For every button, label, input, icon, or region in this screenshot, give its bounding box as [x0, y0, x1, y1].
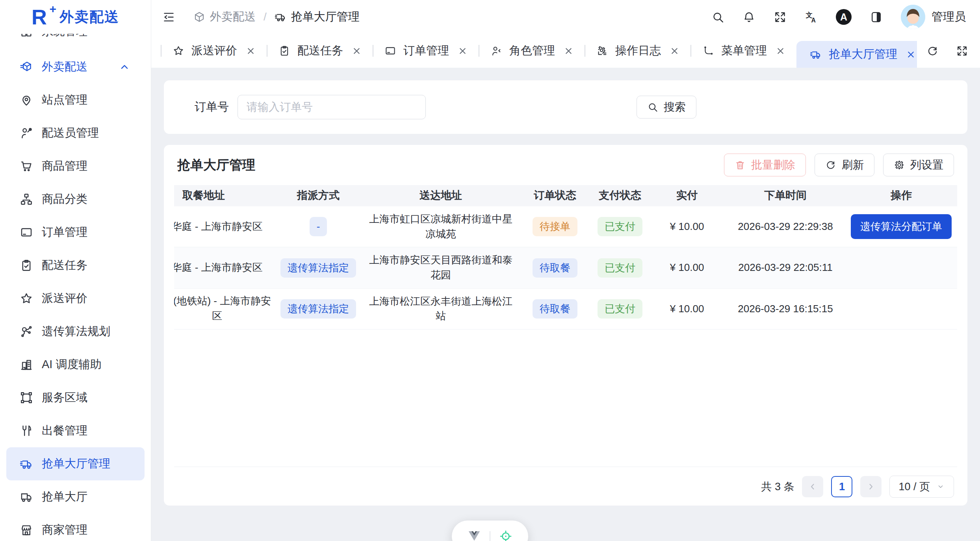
sidebar-item-star[interactable]: 派送评价: [6, 282, 145, 315]
column-settings-button[interactable]: 列设置: [883, 154, 954, 176]
tab-star[interactable]: 派送评价: [161, 34, 267, 68]
close-icon[interactable]: [564, 46, 574, 56]
assign-order-button[interactable]: 遗传算法分配订单: [851, 214, 952, 239]
column-header: 下单时间: [726, 185, 845, 206]
order-time-cell: 2026-03-29 22:05:11: [726, 247, 845, 288]
pay-status-tag: 已支付: [598, 217, 642, 236]
bell-icon[interactable]: [742, 11, 755, 24]
table-row: 华庭 - 上海市静安区-上海市虹口区凉城新村街道中星凉城苑待接单已支付¥ 10.…: [174, 206, 957, 247]
close-icon[interactable]: [776, 46, 785, 56]
meal-icon: [20, 424, 33, 437]
expand-icon[interactable]: [956, 45, 968, 57]
pickup-address: 华庭 - 上海市静安区: [174, 260, 276, 275]
task-icon: [278, 45, 290, 57]
sidebar-item-order-card[interactable]: 订单管理: [6, 216, 145, 249]
sidebar-item-courier[interactable]: 配送员管理: [6, 117, 145, 150]
sidebar-item-meal[interactable]: 出餐管理: [6, 414, 145, 447]
category-icon: [20, 193, 33, 206]
sidebar-item-label: 派送评价: [42, 291, 87, 306]
top-header: 外卖配送 / 抢单大厅管理 文A A 管理员: [151, 0, 980, 34]
tab-order-card[interactable]: 订单管理: [373, 34, 479, 68]
pickup-address-cell: 华庭 - 上海市静安区: [174, 206, 273, 247]
pin-icon: [20, 93, 33, 107]
order-no-input[interactable]: [238, 95, 426, 119]
close-icon[interactable]: [246, 46, 256, 56]
order-status-tag: 待接单: [533, 217, 577, 236]
theme-icon[interactable]: [870, 11, 883, 24]
chevron-right-icon: [866, 482, 876, 491]
chevron-up-icon: [118, 60, 131, 74]
devtools-toolbar[interactable]: [452, 521, 528, 541]
tab-log[interactable]: 操作日志: [585, 34, 690, 68]
chevron-down-icon: [936, 482, 945, 491]
search-icon[interactable]: [711, 11, 724, 24]
close-icon[interactable]: [906, 50, 916, 59]
sidebar-item-genetic[interactable]: 遗传算法规划: [6, 315, 145, 348]
sidebar-item-task[interactable]: 配送任务: [6, 249, 145, 282]
sidebar-item-label: 商家管理: [42, 522, 87, 538]
table-header-row: 取餐地址指派方式送达地址订单状态支付状态实付下单时间操作: [174, 185, 957, 206]
tab-truck-fast[interactable]: 抢单大厅管理: [796, 41, 917, 68]
svg-text:A: A: [811, 17, 816, 23]
sidebar-item-cart[interactable]: 商品管理: [6, 150, 145, 183]
amount-cell: ¥ 10.00: [648, 206, 726, 247]
tab-bar: 派送评价配送任务订单管理角色管理操作日志菜单管理抢单大厅管理: [151, 34, 980, 68]
column-header: 操作: [845, 185, 957, 206]
font-size-icon[interactable]: A: [836, 9, 852, 25]
tab-label: 订单管理: [403, 43, 449, 59]
sidebar-item-category[interactable]: 商品分类: [6, 183, 145, 216]
truck-fast-icon: [20, 457, 33, 471]
task-icon: [20, 259, 33, 272]
refresh-icon[interactable]: [926, 45, 939, 57]
refresh-button[interactable]: 刷新: [815, 154, 874, 176]
sidebar-item-pin[interactable]: 站点管理: [6, 83, 145, 117]
amount-cell: ¥ 10.00: [648, 247, 726, 288]
prev-page-button[interactable]: [802, 476, 823, 497]
area-icon: [20, 391, 33, 404]
page-size-select[interactable]: 10 / 页: [889, 476, 954, 498]
inspect-target-icon[interactable]: [499, 530, 512, 541]
breadcrumb-parent[interactable]: 外卖配送: [193, 9, 256, 25]
tab-role[interactable]: 角色管理: [479, 34, 585, 68]
truck-fast-icon: [810, 48, 822, 60]
next-page-button[interactable]: [860, 476, 882, 497]
pay-status-tag: 已支付: [598, 258, 642, 278]
app-logo[interactable]: R+ 外卖配送: [0, 0, 151, 34]
close-icon[interactable]: [458, 46, 468, 56]
order-status-tag: 待取餐: [533, 258, 577, 278]
order-no-label: 订单号: [195, 99, 229, 115]
total-count: 共 3 条: [761, 480, 794, 494]
chevron-left-icon: [808, 482, 817, 491]
translate-icon[interactable]: 文A: [805, 11, 818, 24]
user-menu[interactable]: 管理员: [901, 5, 966, 29]
current-page[interactable]: 1: [831, 476, 852, 497]
star-icon: [173, 45, 184, 57]
tab-task[interactable]: 配送任务: [267, 34, 373, 68]
tab-route[interactable]: 菜单管理: [691, 34, 796, 68]
sidebar-item-area[interactable]: 服务区域: [6, 381, 145, 414]
sidebar-item-partial[interactable]: 系统管理: [6, 34, 145, 48]
batch-delete-button[interactable]: 批量删除: [724, 154, 806, 176]
order-card-icon: [20, 226, 33, 239]
search-icon: [647, 102, 658, 113]
menu-fold-icon[interactable]: [162, 11, 175, 24]
sidebar-group-delivery[interactable]: 外卖配送: [6, 50, 145, 83]
pay-status-cell: 已支付: [592, 206, 648, 247]
sidebar-item-truck-fast[interactable]: 抢单大厅管理: [6, 447, 145, 480]
sidebar-item-truck[interactable]: 抢单大厅: [6, 480, 145, 513]
order-time-cell: 2026-03-29 16:15:15: [726, 289, 845, 329]
sidebar-item-label: 商品管理: [42, 158, 87, 174]
pay-status-cell: 已支付: [592, 247, 648, 288]
sidebar-item-building[interactable]: AI 调度辅助: [6, 348, 145, 381]
breadcrumb-current: 抢单大厅管理: [275, 9, 360, 25]
fullscreen-icon[interactable]: [774, 11, 787, 24]
assign-method-cell: 遗传算法指定: [273, 289, 364, 329]
refresh-icon: [825, 159, 836, 170]
search-button[interactable]: 搜索: [637, 96, 696, 119]
sidebar-item-store[interactable]: 商家管理: [6, 513, 145, 541]
close-icon[interactable]: [670, 46, 679, 56]
close-icon[interactable]: [352, 46, 362, 56]
panel-actions: 批量删除 刷新 列设置: [724, 154, 954, 176]
vue-logo-icon[interactable]: [468, 530, 481, 541]
column-header: 实付: [648, 185, 726, 206]
